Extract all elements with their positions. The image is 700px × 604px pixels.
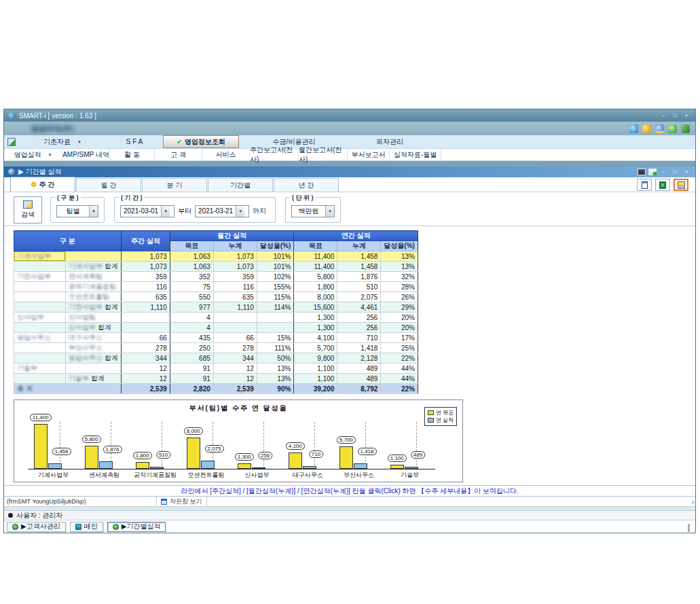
yearly-goal-cell[interactable]: 4,100 <box>294 333 337 343</box>
group-cell[interactable]: 신사업부 <box>14 313 66 323</box>
yearly-rate-cell[interactable]: 26% <box>381 292 418 302</box>
team-cell[interactable]: 대구사무소 <box>66 333 122 343</box>
monthly-goal-cell[interactable]: 75 <box>170 282 213 292</box>
monthly-rate-cell[interactable]: 50% <box>257 353 294 363</box>
maximize-button[interactable]: □ <box>670 112 680 120</box>
monthly-rate-cell[interactable]: 13% <box>257 374 294 384</box>
weekly-cell[interactable]: 1,073 <box>121 251 170 262</box>
monthly-goal-cell[interactable]: 4 <box>170 323 213 333</box>
monthly-rate-cell[interactable]: 101% <box>257 251 294 262</box>
submenu-activity[interactable]: 활 동 <box>110 149 155 160</box>
yearly-goal-cell[interactable]: 8,000 <box>294 292 337 302</box>
monthly-goal-cell[interactable]: 1,063 <box>170 262 213 272</box>
monthly-goal-cell[interactable]: 91 <box>170 374 213 384</box>
monthly-cum-cell[interactable]: 116 <box>213 282 257 292</box>
yearly-goal-cell[interactable]: 15,600 <box>294 302 337 313</box>
monthly-cum-cell[interactable] <box>213 323 257 333</box>
yearly-cum-cell[interactable]: 8,792 <box>337 384 381 394</box>
weekly-cell[interactable]: 1,073 <box>121 262 170 272</box>
yearly-goal-cell[interactable]: 1,300 <box>294 323 337 333</box>
monthly-rate-cell[interactable]: 15% <box>257 333 294 343</box>
yearly-cum-cell[interactable]: 2,075 <box>337 292 381 302</box>
yearly-cum-cell[interactable]: 489 <box>337 363 381 374</box>
weekly-cell[interactable] <box>121 313 170 323</box>
monthly-goal-cell[interactable]: 91 <box>170 363 213 374</box>
yearly-goal-cell[interactable]: 11,400 <box>294 262 337 272</box>
yearly-goal-cell[interactable]: 1,100 <box>294 363 337 374</box>
monthly-cum-cell[interactable]: 66 <box>213 333 257 343</box>
yearly-goal-cell[interactable]: 39,200 <box>294 384 337 394</box>
group-cell[interactable] <box>14 374 66 384</box>
monthly-cum-cell[interactable]: 344 <box>213 353 257 363</box>
yearly-rate-cell[interactable]: 20% <box>381 323 418 333</box>
yearly-goal-cell[interactable]: 9,800 <box>294 353 337 363</box>
yearly-goal-cell[interactable]: 11,400 <box>294 251 337 262</box>
yearly-goal-cell[interactable]: 1,800 <box>294 282 337 292</box>
weekly-cell[interactable]: 278 <box>121 343 170 353</box>
team-cell[interactable]: 신사업부 합계 <box>66 323 122 333</box>
submenu-customer[interactable]: 고 객 <box>155 149 202 160</box>
monthly-cum-cell[interactable]: 1,110 <box>213 302 257 313</box>
team-cell[interactable]: 부산사무소 <box>66 343 122 353</box>
group-cell[interactable]: 기계사업부 <box>14 251 66 262</box>
weekly-cell[interactable]: 12 <box>121 374 170 384</box>
close-button[interactable]: × <box>682 112 691 120</box>
export-icon[interactable] <box>648 168 657 175</box>
menu-home-icon[interactable] <box>4 138 19 146</box>
report-view-button[interactable] <box>637 179 652 191</box>
subwindow-close-button[interactable]: × <box>682 168 691 176</box>
yearly-rate-cell[interactable]: 29% <box>381 302 418 313</box>
taskbar-customer-mgmt[interactable]: ▶고객사관리 <box>7 522 66 532</box>
group-cell[interactable]: 기술부 <box>14 363 66 374</box>
menu-tab-basic-data[interactable]: 기초자료▼ <box>19 135 106 148</box>
group-cell[interactable] <box>14 282 66 292</box>
team-cell[interactable]: 모션컨트롤팀 <box>66 292 122 302</box>
yearly-rate-cell[interactable]: 20% <box>381 313 418 323</box>
monthly-rate-cell[interactable]: 101% <box>257 262 294 272</box>
team-cell[interactable] <box>66 363 122 374</box>
monthly-goal-cell[interactable]: 1,063 <box>170 251 213 262</box>
team-cell[interactable]: 영업사무소 합계 <box>66 353 122 363</box>
monthly-cum-cell[interactable]: 12 <box>213 374 257 384</box>
team-cell[interactable] <box>66 251 122 262</box>
group-cell[interactable] <box>14 302 66 313</box>
yearly-goal-cell[interactable]: 5,700 <box>294 343 337 353</box>
yearly-cum-cell[interactable]: 1,876 <box>337 272 381 282</box>
weekly-cell[interactable]: 635 <box>121 292 170 302</box>
monthly-rate-cell[interactable] <box>257 313 294 323</box>
submenu-amp-smp[interactable]: AMP/SMP 내역 <box>62 149 110 160</box>
monthly-goal-cell[interactable]: 352 <box>170 272 213 282</box>
menu-tab-sfa[interactable]: S F A <box>106 135 163 148</box>
team-cell[interactable]: 기전사업부 합계 <box>66 302 122 313</box>
team-cell[interactable]: 공작기계품질팀 <box>66 282 122 292</box>
group-cell[interactable] <box>14 323 66 333</box>
subwindow-minimize-button[interactable]: ‒ <box>659 168 668 176</box>
monthly-goal-cell[interactable]: 2,820 <box>170 384 213 394</box>
monthly-goal-cell[interactable]: 435 <box>170 333 213 343</box>
yearly-rate-cell[interactable]: 44% <box>381 374 418 384</box>
yearly-rate-cell[interactable]: 44% <box>381 363 418 374</box>
tab-quarterly[interactable]: 분 기 <box>142 178 207 192</box>
tab-monthly[interactable]: 월 간 <box>76 178 141 192</box>
yearly-rate-cell[interactable]: 22% <box>381 384 418 394</box>
monthly-rate-cell[interactable]: 13% <box>257 363 294 374</box>
submenu-monthly-report[interactable]: 월간보고서(전사) <box>299 149 348 160</box>
yearly-cum-cell[interactable]: 1,418 <box>337 343 381 353</box>
yearly-cum-cell[interactable]: 710 <box>337 333 381 343</box>
monthly-cum-cell[interactable]: 278 <box>213 343 257 353</box>
menu-tab-sales-info[interactable]: ✔ 영업정보조회 <box>163 135 239 148</box>
team-cell[interactable]: 기계사업부 합계 <box>66 262 122 272</box>
submenu-dept-report[interactable]: 부서보고서 <box>348 149 390 160</box>
yearly-rate-cell[interactable]: 17% <box>381 333 418 343</box>
monthly-cum-cell[interactable]: 1,073 <box>213 262 257 272</box>
yearly-cum-cell[interactable]: 256 <box>337 323 381 333</box>
menu-tab-foreign-material[interactable]: 외자관리 <box>349 135 430 148</box>
exit-icon[interactable] <box>681 124 690 133</box>
save-icon[interactable] <box>638 168 646 175</box>
yearly-goal-cell[interactable]: 1,100 <box>294 374 337 384</box>
weekly-cell[interactable]: 344 <box>121 353 170 363</box>
yearly-goal-cell[interactable]: 5,800 <box>294 272 337 282</box>
team-cell[interactable]: 센서계측팀 <box>66 272 122 282</box>
monthly-cum-cell[interactable]: 359 <box>213 272 257 282</box>
monthly-cum-cell[interactable]: 2,539 <box>213 384 257 394</box>
